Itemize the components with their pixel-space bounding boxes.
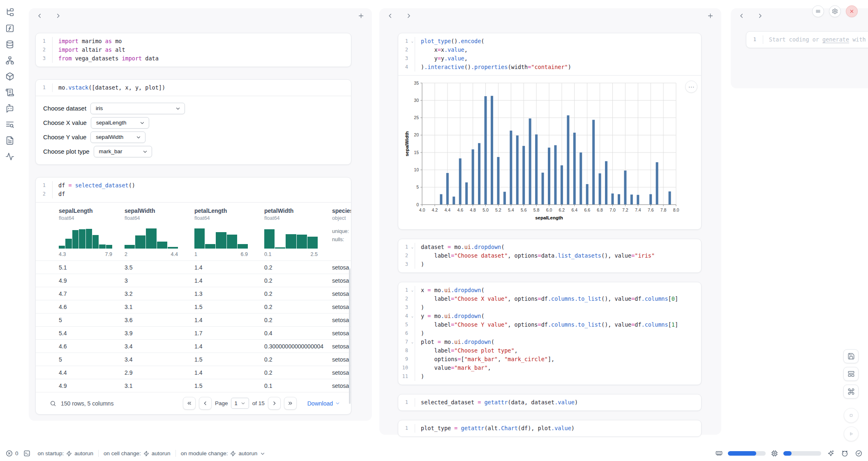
download-button[interactable]: Download xyxy=(305,400,343,407)
feedback-button[interactable] xyxy=(840,449,849,458)
cell-plot-type[interactable]: 1plot_type = getattr(alt.Chart(df), plot… xyxy=(398,420,702,437)
fold-chevron-icon[interactable]: ⌄ xyxy=(411,286,413,295)
errors-button[interactable]: 0 xyxy=(5,449,19,458)
settings-button[interactable] xyxy=(829,5,841,17)
runtime-config-on-cell-change[interactable]: on cell change:autorun xyxy=(101,450,173,457)
connection-status-button[interactable] xyxy=(854,449,863,458)
circle-x-icon xyxy=(6,450,13,457)
panel-forward-button[interactable] xyxy=(404,12,413,21)
table-row[interactable]: 5.13.51.40.2setosa xyxy=(36,260,351,274)
terminal-button[interactable] xyxy=(23,449,31,458)
window-controls xyxy=(812,5,858,17)
panel-forward-button[interactable] xyxy=(756,12,764,21)
sidebar-item-logs[interactable] xyxy=(5,88,15,98)
fold-chevron-icon[interactable]: ⌄ xyxy=(411,338,413,346)
close-panel-button[interactable] xyxy=(846,5,858,17)
sidebar-item-dependency-graph[interactable] xyxy=(5,55,15,66)
sidebar-item-variables[interactable] xyxy=(5,23,15,34)
code-line: 1mo.vstack([dataset, x, y, plot]) xyxy=(36,83,351,92)
column-header-sepalWidth[interactable]: sepalWidthfloat6424.4 xyxy=(125,207,194,257)
table-cell: 3.4 xyxy=(125,343,194,350)
svg-text:sepalLength: sepalLength xyxy=(535,215,563,220)
panel-back-button[interactable] xyxy=(35,12,44,21)
cell-xy-plot-dropdowns[interactable]: 1⌄x = mo.ui.dropdown(2 label="Choose X v… xyxy=(398,282,702,385)
first-page-button[interactable] xyxy=(183,397,196,410)
ai-assist-button[interactable] xyxy=(826,449,835,458)
table-row[interactable]: 4.931.40.2setosa xyxy=(36,274,351,287)
code-editor[interactable]: 1⌄dataset = mo.ui.dropdown(2 label="Choo… xyxy=(398,239,701,272)
table-row[interactable]: 5.43.91.70.4setosa xyxy=(36,326,351,339)
runtime-config-on-module-change[interactable]: on module change:autorun xyxy=(178,450,268,457)
add-cell-button[interactable] xyxy=(706,12,715,21)
code-editor[interactable]: 1mo.vstack([dataset, x, y, plot]) xyxy=(36,80,351,96)
table-row[interactable]: 4.42.91.40.2setosa xyxy=(36,366,351,379)
plot-type-select[interactable]: mark_bar xyxy=(94,146,152,157)
cell-imports[interactable]: 1import marimo as mo2import altair as al… xyxy=(35,33,351,67)
table-row[interactable]: 4.93.11.50.1setosa xyxy=(36,379,351,392)
code-editor[interactable]: 1df = selected_dataset()2df xyxy=(36,177,351,202)
page-select[interactable]: 1 xyxy=(231,398,249,409)
code-editor[interactable]: 1⌄x = mo.ui.dropdown(2 label="Choose X v… xyxy=(398,282,701,385)
fold-chevron-icon[interactable]: ⌄ xyxy=(411,312,413,320)
cell-dataset-dropdown[interactable]: 1⌄dataset = mo.ui.dropdown(2 label="Choo… xyxy=(398,239,702,273)
y-value-select[interactable]: sepalWidth xyxy=(90,131,145,143)
column-name: petalWidth xyxy=(264,207,332,214)
panel-forward-button[interactable] xyxy=(54,12,62,21)
line-number: 1 xyxy=(398,424,415,433)
menu-button[interactable] xyxy=(812,5,824,17)
sidebar-item-packages[interactable] xyxy=(5,71,15,82)
add-cell-button[interactable] xyxy=(357,12,365,21)
table-scrollbar[interactable] xyxy=(349,268,351,404)
code-editor[interactable]: 1⌄plot_type().encode(2 x=x.value,3 y=y.v… xyxy=(398,33,701,75)
cell-vstack[interactable]: 1mo.vstack([dataset, x, y, plot]) Choose… xyxy=(35,79,351,165)
dataset-select[interactable]: iris xyxy=(90,103,185,114)
save-button[interactable] xyxy=(843,349,859,363)
sidebar-item-ai-chat[interactable] xyxy=(5,104,15,114)
fold-chevron-icon[interactable]: ⌄ xyxy=(411,243,413,251)
stop-kernel-button[interactable] xyxy=(844,408,859,423)
table-cell: 0.2 xyxy=(264,317,332,323)
panel-back-button[interactable] xyxy=(386,12,395,21)
column-header-petalWidth[interactable]: petalWidthfloat640.12.5 xyxy=(264,207,332,257)
cell-empty[interactable]: 1 Start coding or generate with AI xyxy=(746,31,868,48)
table-cell: 0.2 xyxy=(264,264,332,271)
column-header-petalLength[interactable]: petalLengthfloat6416.9 xyxy=(194,207,264,257)
runtime-config-on-startup[interactable]: on startup:autorun xyxy=(35,450,96,457)
table-row[interactable]: 4.73.21.30.2setosa xyxy=(36,287,351,300)
table-row[interactable]: 53.61.40.2setosa xyxy=(36,313,351,326)
sidebar-item-tracing[interactable] xyxy=(5,152,15,162)
code-editor[interactable]: 1import marimo as mo2import altair as al… xyxy=(36,33,351,67)
svg-text:15: 15 xyxy=(414,150,419,155)
panel-back-button[interactable] xyxy=(737,12,746,21)
layout-button[interactable] xyxy=(843,367,859,381)
sidebar-item-files[interactable] xyxy=(5,7,15,18)
next-page-button[interactable] xyxy=(268,397,281,410)
generate-with-ai-link[interactable]: generate xyxy=(822,36,849,43)
table-row[interactable]: 53.41.50.2setosa xyxy=(36,353,351,366)
previous-page-button[interactable] xyxy=(199,397,212,410)
sidebar-item-data-sources[interactable] xyxy=(5,39,15,50)
search-icon[interactable] xyxy=(50,400,56,407)
command-palette-button[interactable] xyxy=(843,385,859,399)
code-editor[interactable]: 1selected_dataset = getattr(data, datase… xyxy=(398,394,701,410)
column-header-sepalLength[interactable]: sepalLengthfloat644.37.9 xyxy=(59,207,125,257)
code-placeholder[interactable]: Start coding or generate with AI xyxy=(763,35,868,44)
code-editor[interactable]: 1 Start coding or generate with AI xyxy=(746,32,868,48)
cell-selected-dataset[interactable]: 1selected_dataset = getattr(data, datase… xyxy=(398,394,702,411)
cell-plot[interactable]: 1⌄plot_type().encode(2 x=x.value,3 y=y.v… xyxy=(398,33,702,230)
sidebar-item-snippets[interactable] xyxy=(5,120,15,130)
fold-chevron-icon[interactable]: ⌄ xyxy=(411,37,413,46)
chart-options-button[interactable]: ⋯ xyxy=(685,81,697,93)
bar-chart[interactable]: 4.04.24.44.64.85.05.25.45.65.86.06.26.46… xyxy=(403,79,681,224)
cell-dataframe[interactable]: 1df = selected_dataset()2df sepalLengthf… xyxy=(35,177,351,415)
code-editor[interactable]: 1plot_type = getattr(alt.Chart(df), plot… xyxy=(398,420,701,436)
svg-text:30: 30 xyxy=(414,98,419,103)
sidebar-item-documentation[interactable] xyxy=(5,136,15,146)
column-header-species[interactable]: speciesobjectunique:nulls: xyxy=(332,207,351,257)
run-all-button[interactable] xyxy=(844,426,859,441)
x-value-select[interactable]: sepalLength xyxy=(91,117,149,129)
panel-notebook-column-2: 1⌄plot_type().encode(2 x=x.value,3 y=y.v… xyxy=(379,8,721,435)
table-row[interactable]: 4.63.11.50.2setosa xyxy=(36,300,351,313)
table-row[interactable]: 4.63.41.40.30000000000000004setosa xyxy=(36,339,351,353)
last-page-button[interactable] xyxy=(284,397,297,410)
